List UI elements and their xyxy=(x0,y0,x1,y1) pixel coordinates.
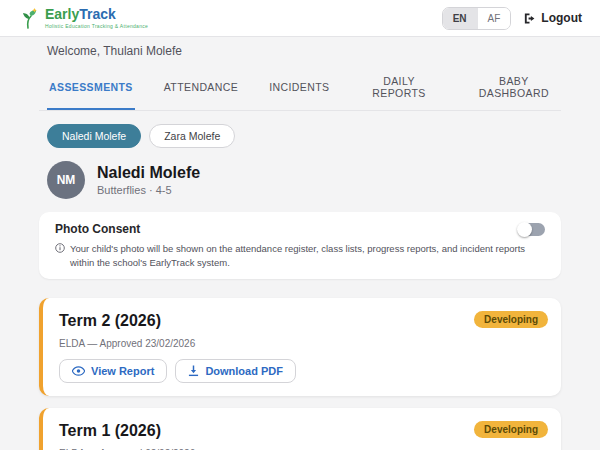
language-switcher: EN AF xyxy=(442,7,512,30)
photo-consent-card: Photo Consent Your child's photo will be… xyxy=(39,212,561,279)
tab-baby-dashboard[interactable]: BABY DASHBOARD xyxy=(467,71,561,110)
brand-tagline: Holistic Education Tracking & Attendance xyxy=(45,23,148,29)
tab-incidents[interactable]: INCIDENTS xyxy=(267,71,331,110)
welcome-text: Welcome, Thulani Molefe xyxy=(39,44,561,58)
child-chip-naledi[interactable]: Naledi Molefe xyxy=(47,124,141,148)
view-report-label: View Report xyxy=(91,365,154,377)
download-pdf-button[interactable]: Download PDF xyxy=(175,359,296,383)
child-name: Naledi Molefe xyxy=(97,164,200,182)
report-card-term-1: Term 1 (2026) Developing ELDA — Approved… xyxy=(39,408,561,450)
logout-label: Logout xyxy=(541,11,582,25)
logout-icon xyxy=(523,12,536,25)
download-pdf-label: Download PDF xyxy=(205,365,283,377)
lang-en-button[interactable]: EN xyxy=(443,8,477,29)
avatar: NM xyxy=(47,161,85,199)
brand-logo: EarlyTrack Holistic Education Tracking &… xyxy=(18,6,148,30)
status-badge: Developing xyxy=(474,421,548,438)
brand-name: EarlyTrack xyxy=(45,7,148,21)
app-header: EarlyTrack Holistic Education Tracking &… xyxy=(0,0,600,37)
tab-bar: ASSESSMENTS ATTENDANCE INCIDENTS DAILY R… xyxy=(39,71,561,111)
child-class-group: Butterflies · 4-5 xyxy=(97,184,200,196)
tab-daily-reports[interactable]: DAILY REPORTS xyxy=(358,71,439,110)
download-icon xyxy=(188,365,199,377)
lang-af-button[interactable]: AF xyxy=(477,8,511,29)
logout-button[interactable]: Logout xyxy=(523,11,582,25)
photo-consent-info-text: Your child's photo will be shown on the … xyxy=(70,242,545,270)
report-title: Term 1 (2026) xyxy=(59,422,545,440)
view-report-button[interactable]: View Report xyxy=(59,359,167,383)
report-title: Term 2 (2026) xyxy=(59,312,545,330)
eye-icon xyxy=(72,366,85,376)
child-chip-zara[interactable]: Zara Molefe xyxy=(149,124,235,148)
main-content: Welcome, Thulani Molefe ASSESSMENTS ATTE… xyxy=(39,37,561,450)
photo-consent-toggle[interactable] xyxy=(518,223,545,236)
tab-assessments[interactable]: ASSESSMENTS xyxy=(47,71,135,110)
report-card-term-2: Term 2 (2026) Developing ELDA — Approved… xyxy=(39,298,561,396)
child-profile: NM Naledi Molefe Butterflies · 4-5 xyxy=(39,161,561,199)
seedling-logo-icon xyxy=(18,6,40,30)
info-icon xyxy=(55,243,65,270)
report-meta: ELDA — Approved 23/02/2026 xyxy=(59,338,545,349)
photo-consent-title: Photo Consent xyxy=(55,222,140,236)
status-badge: Developing xyxy=(474,311,548,328)
child-selector: Naledi Molefe Zara Molefe xyxy=(39,124,561,148)
tab-attendance[interactable]: ATTENDANCE xyxy=(162,71,240,110)
